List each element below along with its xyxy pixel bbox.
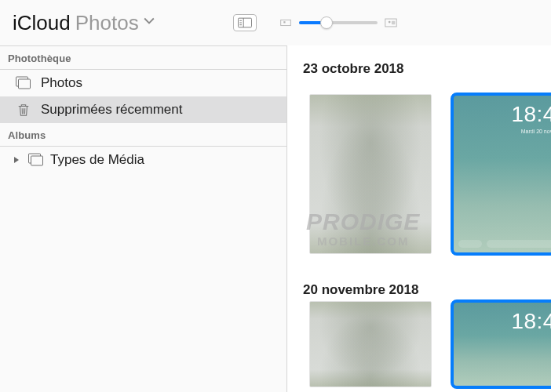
- sidebar-item-recently-deleted[interactable]: Supprimées récemment: [0, 96, 286, 123]
- thumbnail-size-slider[interactable]: [299, 21, 378, 24]
- svg-rect-9: [392, 21, 396, 25]
- lockscreen-time: 18:40: [511, 102, 551, 127]
- photo-thumbnail[interactable]: 18:40 Mardi 20 novembre: [452, 94, 551, 254]
- album-stack-icon: [27, 152, 46, 168]
- section-label: Photos: [75, 11, 139, 34]
- sidebar-item-label: Types de Média: [50, 152, 144, 168]
- toolbar: iCloud Photos: [0, 0, 551, 45]
- svg-rect-6: [283, 21, 285, 23]
- thumbnail-row: 18:40: [287, 301, 551, 387]
- thumb-large-icon: [384, 17, 398, 28]
- photo-thumbnail[interactable]: 18:40: [452, 301, 551, 387]
- sidebar-toggle-button[interactable]: [233, 14, 257, 31]
- sidebar-section-albums: Albums: [0, 123, 286, 147]
- svg-rect-16: [31, 156, 43, 165]
- trash-icon: [14, 102, 33, 118]
- photo-thumbnail[interactable]: [309, 94, 432, 254]
- thumb-small-icon: [279, 17, 293, 28]
- svg-point-8: [389, 21, 391, 24]
- brand-label: iCloud: [13, 11, 71, 35]
- disclosure-triangle-icon[interactable]: [11, 156, 22, 164]
- thumbnail-size-slider-group: [279, 17, 398, 28]
- svg-rect-5: [280, 20, 290, 25]
- svg-rect-11: [19, 79, 31, 89]
- date-header: 23 octobre 2018: [287, 50, 551, 80]
- sidebar-item-photos[interactable]: Photos: [0, 70, 286, 96]
- sidebar-item-media-types[interactable]: Types de Média: [0, 147, 286, 173]
- sidebar-section-library: Photothèque: [0, 46, 286, 70]
- photos-stack-icon: [14, 75, 33, 91]
- content-grid: 23 octobre 2018 18:40 Mardi 20 novembre …: [287, 45, 551, 392]
- lockscreen-time: 18:40: [511, 309, 551, 334]
- date-header: 20 novembre 2018: [287, 254, 551, 301]
- sidebar: Photothèque Photos Supprimées récemment …: [0, 45, 287, 392]
- photo-thumbnail[interactable]: [309, 301, 432, 387]
- thumbnail-row: 18:40 Mardi 20 novembre: [287, 80, 551, 254]
- sidebar-item-label: Photos: [41, 75, 82, 91]
- sidebar-item-label: Supprimées récemment: [41, 102, 182, 118]
- slider-thumb[interactable]: [320, 16, 333, 29]
- chevron-down-icon[interactable]: [144, 16, 155, 30]
- lockscreen-date: Mardi 20 novembre: [521, 129, 551, 134]
- section-dropdown[interactable]: Photos: [75, 11, 139, 35]
